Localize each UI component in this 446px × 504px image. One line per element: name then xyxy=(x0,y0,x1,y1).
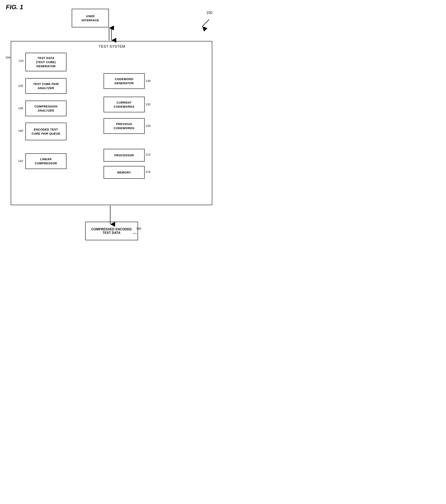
box-130: CODEWORDGENERATOR xyxy=(104,73,145,89)
user-interface-box: USERINTERFACE xyxy=(72,9,109,27)
box-132: CURRENTCODEWORDS xyxy=(104,97,145,112)
ref-120: 120 xyxy=(18,84,23,87)
ref-104: 104 xyxy=(5,56,10,59)
fig-title: FIG. 1 xyxy=(6,3,23,11)
ref-134: 134 xyxy=(146,124,150,127)
box-142: LINEARCOMPRESSOR xyxy=(25,153,66,169)
user-interface-label: USERINTERFACE xyxy=(81,14,99,22)
box-112: PROCESSOR xyxy=(104,149,145,162)
ref-130: 130 xyxy=(146,79,150,82)
ref-132: 132 xyxy=(146,103,150,106)
output-box: COMPRESSED ENCODEDTEST DATA xyxy=(85,222,138,240)
svg-line-6 xyxy=(202,19,209,26)
box-136: COMPRESSIONANALYZER xyxy=(25,101,66,116)
ref-114: 114 xyxy=(146,170,150,173)
test-system-label: TEST SYSTEM xyxy=(99,45,125,49)
box-134: PREVIOUSCODEWORDS xyxy=(104,118,145,134)
ref-100: 100 xyxy=(206,11,212,15)
ref-136: 136 xyxy=(18,107,23,110)
ref-112: 112 xyxy=(146,153,150,156)
ref-106: 106 xyxy=(136,227,141,230)
box-110: TEST DATA(TEST CUBE)GENERATOR xyxy=(25,53,66,71)
ref-110: 110 xyxy=(19,59,23,62)
page: FIG. 1 100 102 USERINTERFACE TEST SYSTEM… xyxy=(0,0,223,252)
box-140: ENCODED TESTCUBE PAIR QUEUE xyxy=(25,123,66,140)
ref-142: 142 xyxy=(18,159,23,162)
box-114: MEMORY xyxy=(104,166,145,179)
ref-140: 140 xyxy=(18,129,23,132)
box-120: TEST CUBE PAIRANALYZER xyxy=(25,78,66,94)
